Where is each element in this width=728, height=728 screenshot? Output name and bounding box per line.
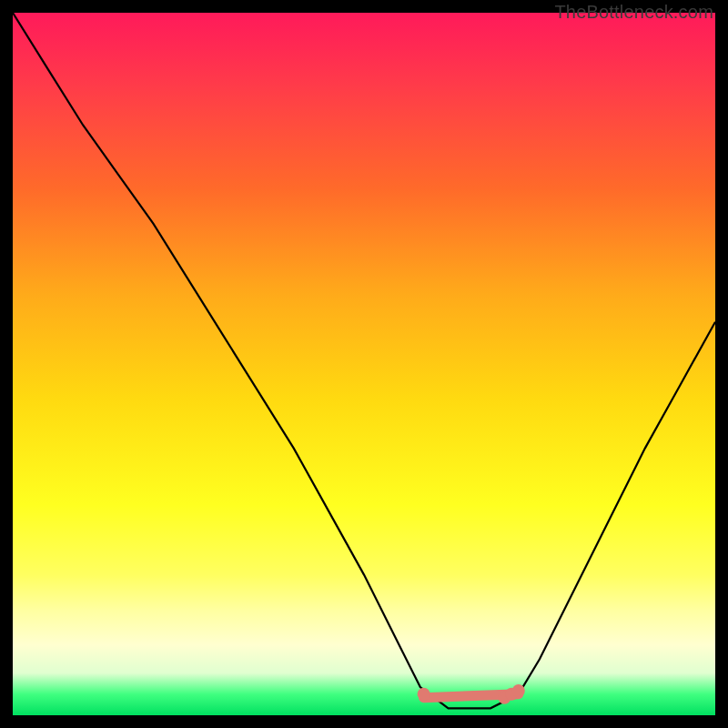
plot-area [13,13,715,715]
highlight-point [505,688,518,701]
bottleneck-curve [13,13,715,708]
highlight-segment [424,694,519,698]
watermark-text: TheBottleneck.com [554,2,713,23]
highlight-point [418,688,430,701]
highlight-point [498,692,511,704]
curve-svg [13,13,715,715]
chart-container: TheBottleneck.com [0,0,728,728]
highlight-point [512,684,525,697]
highlight-points [418,684,525,704]
